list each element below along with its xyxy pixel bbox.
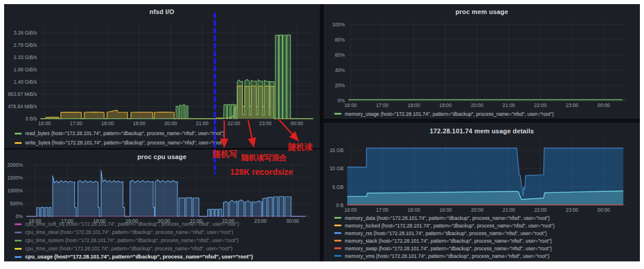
svg-text:80%: 80% bbox=[335, 37, 345, 43]
legend-series-swatch bbox=[15, 240, 22, 242]
svg-text:10 GB: 10 GB bbox=[330, 165, 344, 171]
svg-text:16:00: 16:00 bbox=[344, 102, 357, 108]
legend-series-swatch bbox=[334, 217, 341, 219]
svg-text:3.26 GiB/s: 3.26 GiB/s bbox=[13, 30, 37, 36]
svg-text:18:00: 18:00 bbox=[407, 207, 420, 213]
legend-item[interactable]: memory_stack {host="172.28.101.74", patt… bbox=[334, 237, 554, 244]
svg-text:19:00: 19:00 bbox=[439, 207, 452, 213]
legend-series-label: cpu_usage {host="172.28.101.74", pattern… bbox=[25, 254, 253, 260]
proc-mem-chart[interactable]: 16:0017:0018:0019:0020:0021:0022:0023:00… bbox=[324, 4, 640, 119]
legend-series-swatch bbox=[15, 133, 22, 134]
proc-mem-legend: memory_usage (host="172.28.101.74", patt… bbox=[334, 110, 554, 118]
panel-proc-cpu-usage: proc cpu usage 16:0017:0018:0019:0020:00… bbox=[4, 150, 320, 261]
legend-series-swatch bbox=[334, 247, 341, 249]
legend-item[interactable]: cpu_time_steal (host="172.28.101.74", pa… bbox=[15, 228, 253, 236]
legend-series-label: memory_rss {host="172.28.101.74", patter… bbox=[345, 230, 547, 236]
legend-series-swatch bbox=[15, 232, 22, 233]
legend-series-label: memory_swap {host="172.28.101.74", patte… bbox=[345, 246, 552, 251]
legend-item[interactable]: memory_swap {host="172.28.101.74", patte… bbox=[334, 244, 554, 252]
svg-text:100%: 100% bbox=[332, 22, 345, 27]
legend-series-swatch bbox=[334, 255, 341, 257]
legend-series-swatch bbox=[15, 142, 22, 144]
svg-text:15 GB: 15 GB bbox=[330, 147, 344, 153]
svg-text:1000%: 1000% bbox=[8, 188, 23, 194]
legend-item[interactable]: memory_usage (host="172.28.101.74", patt… bbox=[334, 110, 554, 118]
legend-item[interactable]: memory_locked {host="172.28.101.74", pat… bbox=[334, 222, 554, 229]
legend-series-label: memory_usage (host="172.28.101.74", patt… bbox=[345, 111, 554, 117]
legend-series-swatch bbox=[15, 248, 22, 250]
legend-item[interactable]: read_bytes {host="172.28.101.74", patter… bbox=[15, 129, 225, 138]
legend-series-label: memory_locked {host="172.28.101.74", pat… bbox=[345, 223, 554, 229]
legend-series-label: memory_data {host="172.28.101.74", patte… bbox=[345, 215, 550, 221]
svg-text:17:00: 17:00 bbox=[376, 207, 389, 213]
svg-text:17:00: 17:00 bbox=[376, 102, 389, 108]
panel-nfsd-io: nfsd I/O 16:0017:0018:0019:0020:0021:002… bbox=[4, 4, 320, 148]
svg-text:2.79 GiB/s: 2.79 GiB/s bbox=[13, 42, 37, 48]
svg-text:20:00: 20:00 bbox=[471, 207, 484, 213]
svg-text:23:00: 23:00 bbox=[254, 218, 267, 224]
legend-item[interactable]: cpu_time_system (host="172.28.101.74", p… bbox=[15, 236, 253, 244]
legend-series-label: memory_stack {host="172.28.101.74", patt… bbox=[345, 238, 552, 244]
svg-text:17:00: 17:00 bbox=[70, 120, 83, 126]
legend-series-label: cpu_time_soft_irq (host="172.28.101.74",… bbox=[25, 221, 239, 227]
proc-cpu-legend: cpu_time_soft_irq (host="172.28.101.74",… bbox=[15, 220, 253, 261]
svg-text:20:00: 20:00 bbox=[165, 120, 177, 126]
dashboard: nfsd I/O 16:0017:0018:0019:0020:0021:002… bbox=[4, 4, 640, 261]
legend-series-label: cpu_time_steal (host="172.28.101.74", pa… bbox=[25, 229, 233, 235]
svg-text:2.33 GiB/s: 2.33 GiB/s bbox=[13, 54, 37, 60]
legend-series-label: write_bytes {host="172.28.101.74", patte… bbox=[25, 140, 225, 146]
svg-text:19:00: 19:00 bbox=[133, 120, 146, 126]
legend-item[interactable]: cpu_time_user (host="172.28.101.74", pat… bbox=[15, 244, 253, 253]
svg-text:23:00: 23:00 bbox=[566, 102, 578, 108]
svg-text:21:00: 21:00 bbox=[502, 207, 515, 213]
legend-series-label: read_bytes {host="172.28.101.74", patter… bbox=[25, 130, 224, 136]
legend-series-swatch bbox=[15, 223, 22, 225]
svg-text:00:00: 00:00 bbox=[290, 120, 303, 126]
legend-series-swatch bbox=[334, 225, 341, 226]
legend-series-swatch bbox=[334, 240, 341, 242]
svg-text:16:00: 16:00 bbox=[38, 120, 51, 126]
svg-text:20:00: 20:00 bbox=[471, 102, 484, 108]
svg-text:21:00: 21:00 bbox=[502, 102, 515, 108]
svg-text:22:00: 22:00 bbox=[534, 102, 547, 108]
nfsd-io-chart[interactable]: 16:0017:0018:0019:0020:0021:0022:0023:00… bbox=[4, 4, 320, 148]
svg-text:5 GB: 5 GB bbox=[333, 184, 344, 190]
svg-text:500%: 500% bbox=[10, 201, 23, 206]
svg-text:16:00: 16:00 bbox=[344, 207, 357, 213]
legend-item[interactable]: memory_vms {host="172.28.101.74", patter… bbox=[334, 252, 554, 260]
svg-text:0%: 0% bbox=[16, 213, 23, 219]
panel-mem-usage-details: 172.28.101.74 mem usage details 16:0017:… bbox=[324, 123, 640, 261]
svg-text:22:00: 22:00 bbox=[534, 207, 547, 213]
svg-text:953.67 MiB/s: 953.67 MiB/s bbox=[8, 91, 37, 97]
legend-item[interactable]: memory_rss {host="172.28.101.74", patter… bbox=[334, 229, 554, 237]
svg-text:60%: 60% bbox=[335, 52, 345, 58]
legend-series-swatch bbox=[334, 113, 341, 115]
svg-text:22:00: 22:00 bbox=[228, 120, 241, 126]
svg-text:23:00: 23:00 bbox=[259, 120, 272, 126]
svg-text:0 B/s: 0 B/s bbox=[26, 116, 37, 122]
svg-text:0%: 0% bbox=[338, 98, 345, 104]
svg-text:00:00: 00:00 bbox=[598, 207, 611, 213]
svg-text:1500%: 1500% bbox=[8, 175, 23, 181]
mem-details-legend: memory_data {host="172.28.101.74", patte… bbox=[334, 214, 554, 260]
legend-item[interactable]: cpu_usage {host="172.28.101.74", pattern… bbox=[15, 253, 253, 261]
svg-text:476.84 MiB/s: 476.84 MiB/s bbox=[8, 104, 37, 109]
legend-series-label: memory_vms {host="172.28.101.74", patter… bbox=[345, 253, 549, 259]
svg-text:19:00: 19:00 bbox=[439, 102, 452, 108]
svg-text:00:00: 00:00 bbox=[286, 218, 299, 224]
svg-text:00:00: 00:00 bbox=[597, 102, 610, 108]
legend-series-swatch bbox=[15, 256, 22, 258]
svg-text:21:00: 21:00 bbox=[196, 120, 209, 126]
svg-text:20%: 20% bbox=[335, 82, 345, 88]
legend-series-label: cpu_time_system (host="172.28.101.74", p… bbox=[25, 237, 238, 243]
svg-text:18:00: 18:00 bbox=[101, 120, 114, 126]
legend-item[interactable]: memory_data {host="172.28.101.74", patte… bbox=[334, 214, 554, 222]
legend-item[interactable]: write_bytes {host="172.28.101.74", patte… bbox=[15, 138, 225, 147]
svg-text:1.86 GiB/s: 1.86 GiB/s bbox=[13, 67, 37, 73]
legend-series-label: cpu_time_user (host="172.28.101.74", pat… bbox=[25, 246, 232, 251]
panel-proc-mem-usage: proc mem usage 16:0017:0018:0019:0020:00… bbox=[324, 4, 640, 119]
legend-item[interactable]: cpu_time_soft_irq (host="172.28.101.74",… bbox=[15, 220, 253, 228]
svg-text:23:00: 23:00 bbox=[566, 207, 579, 213]
svg-text:18:00: 18:00 bbox=[407, 102, 420, 108]
svg-text:0 B: 0 B bbox=[336, 202, 344, 208]
